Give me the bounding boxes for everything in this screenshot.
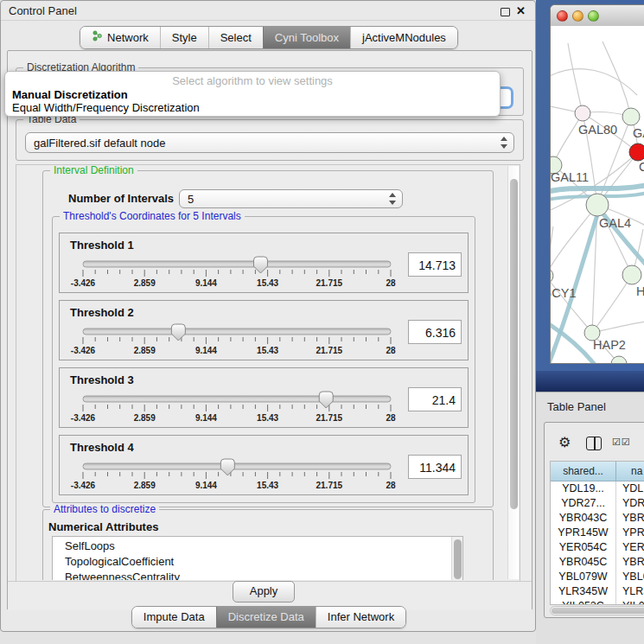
thresholds-group: Threshold's Coordinates for 5 Intervals … xyxy=(52,216,475,503)
network-node[interactable] xyxy=(551,268,553,284)
threshold-slider[interactable] xyxy=(60,391,457,413)
threshold-slider[interactable] xyxy=(60,458,457,481)
threshold-box: Threshold 1-3.4262.8599.14415.4321.71528… xyxy=(59,233,469,293)
tab-style[interactable]: Style xyxy=(160,27,208,48)
table-row[interactable]: YBL079WYBL0 xyxy=(551,570,644,584)
popup-option-manual-discretization[interactable]: Manual Discretization xyxy=(12,88,128,101)
network-node-label: C xyxy=(639,160,644,174)
cell-shared-name: YDR27... xyxy=(551,496,616,511)
scrollbar-thumb[interactable] xyxy=(510,179,518,509)
attribute-list-item[interactable]: TopologicalCoefficient xyxy=(53,554,462,570)
tick-label: 9.144 xyxy=(195,278,217,288)
tick-label: 28 xyxy=(386,413,395,423)
network-desktop-shadow-band xyxy=(536,371,644,392)
table-data-group: Table Data galFiltered.sif default node xyxy=(16,119,524,161)
network-edge-thick xyxy=(551,185,644,192)
table-row[interactable]: YLR345WYLR3 xyxy=(551,584,644,599)
network-view-window: GAL80GACGAL11GAL4GCY1HHAP2 xyxy=(550,4,644,364)
float-window-icon[interactable] xyxy=(501,8,510,16)
combo-value: galFiltered.sif default node xyxy=(34,133,165,154)
settings-vertical-scrollbar[interactable] xyxy=(507,166,519,579)
network-canvas[interactable]: GAL80GACGAL11GAL4GCY1HHAP2 xyxy=(551,26,644,364)
tick-label: 15.43 xyxy=(257,346,278,355)
attribute-list-item[interactable]: BetweennessCentrality xyxy=(53,570,462,580)
tab-cyni-toolbox[interactable]: Cyni Toolbox xyxy=(263,27,350,48)
threshold-box: Threshold 3-3.4262.8599.14415.4321.71528… xyxy=(59,367,469,428)
tab-network[interactable]: Network xyxy=(80,27,160,48)
tick-label: 2.859 xyxy=(134,481,156,490)
tick-label: 2.859 xyxy=(134,413,156,423)
apply-button[interactable]: Apply xyxy=(233,581,295,603)
network-node[interactable] xyxy=(575,105,590,121)
cell-shared-name: YLR345W xyxy=(551,584,616,599)
attributes-group-title: Attributes to discretize xyxy=(50,503,159,515)
tab-jactivemnodules[interactable]: jActiveMNodules xyxy=(350,27,457,48)
tick-label: 9.144 xyxy=(195,481,217,490)
table-row[interactable]: YBR043CYBR0 xyxy=(551,511,644,526)
tab-label: Style xyxy=(172,31,197,44)
table-row[interactable]: YIL052CYIL0 xyxy=(551,599,644,605)
column-header-shared-name[interactable]: shared... xyxy=(551,462,616,481)
slider-thumb[interactable] xyxy=(220,459,234,475)
network-window-titlebar[interactable] xyxy=(551,5,644,27)
close-traffic-light-icon[interactable] xyxy=(557,10,568,22)
network-node-label: GCY1 xyxy=(551,286,577,300)
threshold-value-field[interactable]: 11.344 xyxy=(408,455,462,479)
tab-label: Impute Data xyxy=(143,610,205,623)
select-columns-icons[interactable]: ☑☑ xyxy=(612,437,631,448)
table-horizontal-scrollbar[interactable] xyxy=(550,606,644,615)
scrollbar-thumb[interactable] xyxy=(454,539,462,579)
table-row[interactable]: YDR27...YDR2 xyxy=(551,496,644,511)
tick-label: 28 xyxy=(386,278,395,288)
table-row[interactable]: YDL19...YDL1 xyxy=(551,481,644,496)
tab-impute-data[interactable]: Impute Data xyxy=(132,607,216,628)
list-scrollbar[interactable] xyxy=(451,537,462,580)
table-data-combo[interactable]: galFiltered.sif default node xyxy=(25,132,514,153)
threshold-value-field[interactable]: 21.4 xyxy=(408,387,462,411)
threshold-value-field[interactable]: 6.316 xyxy=(408,320,462,344)
combo-value: 5 xyxy=(188,190,194,209)
threshold-value-field[interactable]: 14.713 xyxy=(408,252,462,277)
table-row[interactable]: YER054CYER0 xyxy=(551,540,644,555)
scrollbar-thumb[interactable] xyxy=(552,608,644,614)
algorithm-dropdown-popup: Select algorithm to view settings Manual… xyxy=(4,71,501,117)
tick-label: 21.715 xyxy=(316,481,343,490)
tick-label: 28 xyxy=(386,346,395,355)
zoom-traffic-light-icon[interactable] xyxy=(588,10,599,22)
column-layout-icon[interactable] xyxy=(586,437,602,450)
cell-name: YDR2 xyxy=(616,496,644,511)
threshold-slider[interactable] xyxy=(60,256,457,278)
network-node[interactable] xyxy=(622,265,641,284)
network-node[interactable] xyxy=(586,194,609,216)
table-row[interactable]: YBR045CYBR0 xyxy=(551,555,644,570)
threshold-slider[interactable] xyxy=(60,323,457,346)
cell-shared-name: YBR043C xyxy=(551,511,616,526)
cell-name: YLR3 xyxy=(616,584,644,599)
minimize-traffic-light-icon[interactable] xyxy=(572,10,583,22)
table-row[interactable]: YPR145WYPR1 xyxy=(551,526,644,540)
gear-icon[interactable]: ⚙ xyxy=(558,434,571,450)
popup-option-equal-width[interactable]: Equal Width/Frequency Discretization xyxy=(12,101,200,114)
cell-shared-name: YBL079W xyxy=(551,570,616,584)
table-panel: Table Panel ⚙ ☑☑ shared... na YDL19...YD… xyxy=(536,392,644,644)
tick-label: 9.144 xyxy=(195,413,217,423)
attribute-list-item[interactable]: SelfLoops xyxy=(53,539,462,554)
tab-discretize-data[interactable]: Discretize Data xyxy=(216,607,316,628)
tick-label: -3.426 xyxy=(71,346,95,355)
number-of-intervals-combo[interactable]: 5 xyxy=(179,189,403,208)
slider-thumb[interactable] xyxy=(319,392,333,408)
tick-label: 9.144 xyxy=(195,346,217,355)
tick-label: 15.43 xyxy=(257,481,278,490)
network-node[interactable] xyxy=(629,143,644,161)
top-tab-bar: NetworkStyleSelectCyni ToolboxjActiveMNo… xyxy=(1,26,537,49)
tick-label: 21.715 xyxy=(316,278,343,288)
tab-infer-network[interactable]: Infer Network xyxy=(316,607,405,628)
close-icon[interactable]: ✕ xyxy=(516,4,526,17)
column-header-name[interactable]: na xyxy=(616,462,644,481)
tick-label: 21.715 xyxy=(316,413,343,423)
network-node[interactable] xyxy=(622,108,640,125)
slider-thumb[interactable] xyxy=(171,324,185,341)
tab-select[interactable]: Select xyxy=(208,27,263,48)
numerical-attributes-list[interactable]: SelfLoopsTopologicalCoefficientBetweenne… xyxy=(52,536,463,580)
cell-name: YBR0 xyxy=(616,511,644,526)
